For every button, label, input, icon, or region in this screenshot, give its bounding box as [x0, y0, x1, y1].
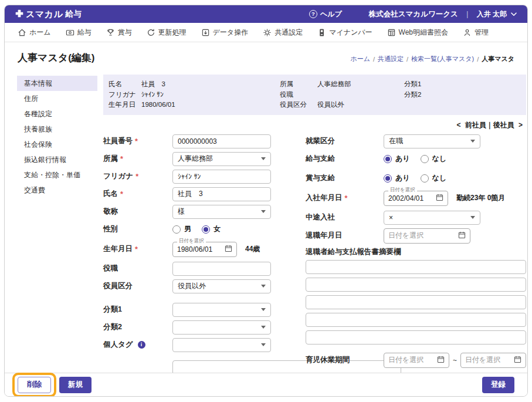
name-input[interactable]	[172, 187, 271, 201]
summary-label: 分類1	[404, 79, 437, 90]
calendar-icon[interactable]	[436, 194, 443, 203]
radio-icon	[202, 225, 210, 234]
field-label: 社員番号*	[103, 136, 172, 146]
retiree-report-input-4[interactable]	[306, 313, 526, 327]
plus-icon	[15, 9, 23, 19]
delete-button[interactable]: 削除	[18, 377, 51, 393]
breadcrumb-settings[interactable]: 共通設定	[378, 55, 404, 63]
radio-icon	[384, 174, 392, 183]
position-input[interactable]	[172, 262, 271, 276]
sidebar-item-basic-info[interactable]: 基本情報	[17, 76, 97, 91]
radio-icon	[172, 225, 181, 234]
prev-employee-chevron-icon[interactable]: <	[457, 121, 461, 129]
birthdate-picker[interactable]: 日付を選択 1980/06/01	[172, 242, 237, 257]
sidebar-item-dependents[interactable]: 扶養親族	[17, 121, 97, 137]
submit-button[interactable]: 登録	[482, 377, 514, 393]
header-separator: ｜	[464, 9, 471, 19]
nav-label: 賞与	[118, 28, 132, 38]
salary-no-radio[interactable]: なし	[421, 154, 447, 164]
calendar-icon[interactable]	[514, 356, 521, 365]
bonus-yes-radio[interactable]: あり	[384, 173, 410, 183]
retiree-report-input-5[interactable]	[306, 330, 526, 344]
category1-select[interactable]	[172, 303, 271, 317]
user-name: 入井 太郎	[477, 9, 507, 19]
field-label: 賞与支給	[306, 173, 384, 183]
nav-label: データ操作	[213, 28, 249, 38]
dropdown-caret-icon	[261, 343, 266, 346]
summary-label: フリガナ	[109, 90, 141, 100]
required-marker: *	[120, 190, 123, 198]
summary-value: 役員以外	[317, 100, 344, 110]
sidebar-item-social-insurance[interactable]: 社会保険	[17, 137, 97, 152]
gender-female-radio[interactable]: 女	[202, 224, 221, 234]
retiree-report-input-2[interactable]	[306, 278, 526, 292]
tenure-text: 勤続23年 0箇月	[456, 193, 505, 203]
furigana-input[interactable]	[172, 170, 271, 184]
childcare-leave-from-picker[interactable]: 日付を選択	[384, 353, 449, 368]
breadcrumb-home[interactable]: ホーム	[350, 55, 370, 63]
retirement-date-picker[interactable]: 日付を選択	[384, 228, 470, 244]
officer-class-select[interactable]: 役員以外	[172, 279, 271, 293]
required-marker: *	[135, 245, 138, 254]
data-icon	[201, 28, 210, 37]
app-window: スマカル給与 ? ヘルプ 株式会社スマカルワークス ｜ 入井 太郎 ホーム 給与	[4, 5, 528, 397]
help-link[interactable]: ? ヘルプ	[309, 9, 342, 19]
field-label: 中途入社	[306, 212, 384, 222]
sidebar-item-bank-transfer[interactable]: 振込銀行情報	[17, 152, 97, 167]
employee-no-input[interactable]	[172, 134, 271, 148]
nav-item-payroll[interactable]: 給与	[66, 28, 92, 38]
nav-item-mynumber[interactable]: マイナンバー	[317, 28, 372, 38]
breadcrumb-search-list[interactable]: 検索一覧(人事マスタ)	[411, 55, 474, 63]
nav-label: ホーム	[29, 28, 51, 38]
next-employee-chevron-icon[interactable]: >	[519, 121, 523, 129]
nav-item-update[interactable]: 更新処理	[147, 28, 187, 38]
nav-item-bonus[interactable]: 賞与	[106, 28, 132, 38]
home-icon	[18, 28, 26, 37]
employee-summary: 氏名社員 3 フリガナｼｬｲﾝ ｻﾝ 生年月日1980/06/01 所属人事総務…	[103, 75, 526, 115]
date-float-label: 日付を選択	[388, 187, 417, 192]
hire-date-picker[interactable]: 日付を選択 2002/04/01	[384, 191, 448, 206]
retiree-report-input-1[interactable]	[306, 260, 526, 274]
nav-item-admin[interactable]: 管理	[463, 28, 489, 38]
sidebar-item-various-settings[interactable]: 各種設定	[17, 106, 97, 121]
required-marker: *	[135, 137, 138, 146]
date-float-label: 日付を選択	[177, 238, 206, 244]
sidebar-item-commuting[interactable]: 交通費	[17, 183, 97, 198]
retiree-report-input-3[interactable]	[306, 295, 526, 309]
prev-employee-link[interactable]: 前社員	[465, 121, 486, 129]
honorific-select[interactable]: 様	[172, 205, 271, 219]
personal-tag-select[interactable]	[172, 338, 271, 352]
nav-item-home[interactable]: ホーム	[18, 28, 51, 38]
field-label: 退職年月日	[306, 231, 384, 241]
calendar-icon[interactable]	[437, 356, 445, 365]
summary-label: 生年月日	[109, 100, 141, 110]
user-menu[interactable]: 入井 太郎	[477, 9, 517, 19]
breadcrumb: ホーム / 共通設定 / 検索一覧(人事マスタ) / 人事マスタ	[350, 55, 514, 63]
next-employee-link[interactable]: 後社員	[493, 121, 514, 129]
info-icon[interactable]: i	[138, 341, 145, 349]
bonus-no-radio[interactable]: なし	[421, 173, 447, 183]
age-text: 44歳	[245, 244, 260, 254]
payroll-icon	[66, 28, 74, 37]
calendar-icon[interactable]	[458, 231, 466, 241]
section-sidebar: 基本情報 住所 各種設定 扶養親族 社会保険 振込銀行情報 支給・控除・単価 交…	[17, 70, 97, 373]
gender-male-radio[interactable]: 男	[172, 224, 191, 234]
app-logo[interactable]: スマカル給与	[15, 9, 82, 20]
new-button[interactable]: 新規	[59, 377, 92, 393]
nav-label: 共通設定	[275, 28, 303, 38]
mid-career-select[interactable]: ×	[384, 211, 480, 225]
calendar-icon[interactable]	[225, 245, 232, 254]
sidebar-item-payment-deduction[interactable]: 支給・控除・単価	[17, 167, 97, 183]
employment-status-select[interactable]: 在職	[384, 134, 480, 148]
sidebar-item-address[interactable]: 住所	[17, 91, 97, 106]
category2-select[interactable]	[172, 320, 271, 335]
nav-item-settings[interactable]: 共通設定	[263, 28, 303, 38]
nav-item-webstatement[interactable]: Web明細書照会	[387, 28, 448, 38]
required-marker: *	[120, 155, 123, 163]
salary-yes-radio[interactable]: あり	[384, 154, 410, 164]
breadcrumb-separator: /	[373, 56, 375, 63]
nav-item-data[interactable]: データ操作	[201, 28, 249, 38]
department-select[interactable]: 人事総務部	[172, 152, 271, 166]
childcare-leave-to-picker[interactable]: 日付を選択	[460, 353, 526, 368]
range-separator: ~	[453, 356, 457, 364]
